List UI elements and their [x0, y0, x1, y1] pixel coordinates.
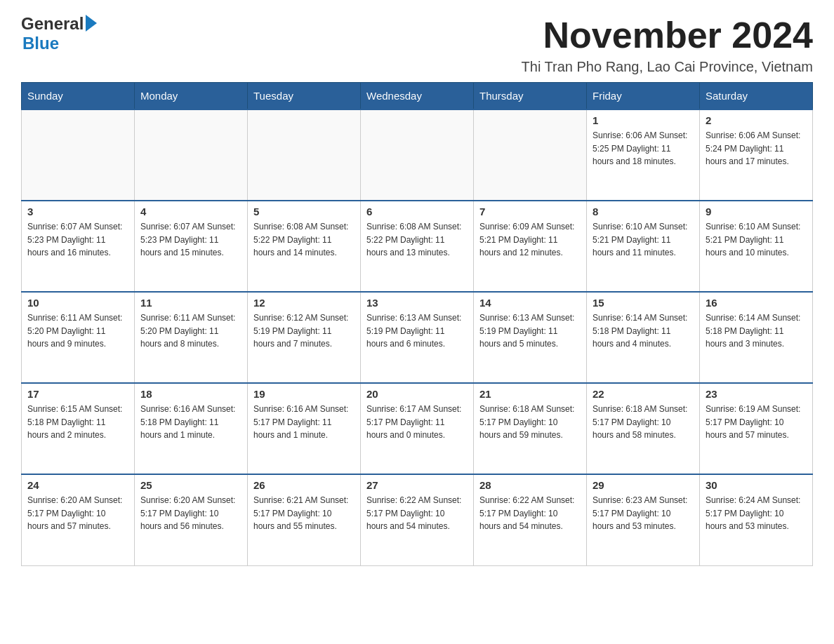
day-info: Sunrise: 6:19 AM Sunset: 5:17 PM Dayligh… [706, 403, 807, 442]
calendar-week-1: 1Sunrise: 6:06 AM Sunset: 5:25 PM Daylig… [22, 109, 813, 201]
calendar-header-wednesday: Wednesday [361, 83, 474, 110]
day-info: Sunrise: 6:06 AM Sunset: 5:25 PM Dayligh… [593, 129, 694, 168]
day-info: Sunrise: 6:20 AM Sunset: 5:17 PM Dayligh… [140, 494, 241, 533]
title-area: November 2024 Thi Tran Pho Rang, Lao Cai… [522, 14, 813, 75]
day-number: 2 [706, 114, 807, 126]
calendar-header-thursday: Thursday [474, 83, 587, 110]
calendar-cell: 3Sunrise: 6:07 AM Sunset: 5:23 PM Daylig… [22, 201, 135, 292]
logo: General Blue [21, 14, 97, 53]
day-info: Sunrise: 6:18 AM Sunset: 5:17 PM Dayligh… [479, 403, 581, 442]
day-info: Sunrise: 6:06 AM Sunset: 5:24 PM Dayligh… [706, 129, 807, 168]
day-info: Sunrise: 6:08 AM Sunset: 5:22 PM Dayligh… [253, 220, 355, 260]
calendar-cell: 20Sunrise: 6:17 AM Sunset: 5:17 PM Dayli… [361, 383, 474, 474]
calendar-week-2: 3Sunrise: 6:07 AM Sunset: 5:23 PM Daylig… [22, 201, 813, 292]
logo-general-text: General [21, 14, 84, 34]
calendar-header-friday: Friday [587, 83, 700, 110]
calendar-cell [135, 109, 248, 201]
calendar-week-5: 24Sunrise: 6:20 AM Sunset: 5:17 PM Dayli… [22, 474, 813, 565]
calendar-cell: 27Sunrise: 6:22 AM Sunset: 5:17 PM Dayli… [361, 474, 474, 565]
day-number: 19 [253, 388, 355, 400]
logo-triangle-icon [86, 15, 97, 32]
day-number: 15 [593, 297, 694, 309]
day-number: 20 [366, 388, 468, 400]
day-info: Sunrise: 6:24 AM Sunset: 5:17 PM Dayligh… [706, 494, 807, 533]
day-info: Sunrise: 6:15 AM Sunset: 5:18 PM Dayligh… [27, 403, 128, 442]
calendar-cell: 25Sunrise: 6:20 AM Sunset: 5:17 PM Dayli… [135, 474, 248, 565]
calendar-cell: 9Sunrise: 6:10 AM Sunset: 5:21 PM Daylig… [700, 201, 813, 292]
calendar-header-monday: Monday [135, 83, 248, 110]
calendar-week-3: 10Sunrise: 6:11 AM Sunset: 5:20 PM Dayli… [22, 292, 813, 383]
day-info: Sunrise: 6:16 AM Sunset: 5:18 PM Dayligh… [140, 403, 241, 442]
day-number: 30 [706, 479, 807, 491]
calendar-cell: 8Sunrise: 6:10 AM Sunset: 5:21 PM Daylig… [587, 201, 700, 292]
calendar-cell: 5Sunrise: 6:08 AM Sunset: 5:22 PM Daylig… [248, 201, 361, 292]
day-number: 13 [366, 297, 468, 309]
calendar-cell: 16Sunrise: 6:14 AM Sunset: 5:18 PM Dayli… [700, 292, 813, 383]
day-number: 5 [253, 206, 355, 217]
day-number: 24 [27, 479, 128, 491]
calendar-cell: 30Sunrise: 6:24 AM Sunset: 5:17 PM Dayli… [700, 474, 813, 565]
day-info: Sunrise: 6:09 AM Sunset: 5:21 PM Dayligh… [479, 220, 581, 260]
day-info: Sunrise: 6:17 AM Sunset: 5:17 PM Dayligh… [366, 403, 468, 442]
calendar-cell: 23Sunrise: 6:19 AM Sunset: 5:17 PM Dayli… [700, 383, 813, 474]
day-number: 11 [140, 297, 241, 309]
calendar-cell: 1Sunrise: 6:06 AM Sunset: 5:25 PM Daylig… [587, 109, 700, 201]
subtitle: Thi Tran Pho Rang, Lao Cai Province, Vie… [522, 59, 813, 75]
day-info: Sunrise: 6:22 AM Sunset: 5:17 PM Dayligh… [479, 494, 581, 533]
calendar-cell: 2Sunrise: 6:06 AM Sunset: 5:24 PM Daylig… [700, 109, 813, 201]
calendar-cell: 7Sunrise: 6:09 AM Sunset: 5:21 PM Daylig… [474, 201, 587, 292]
day-info: Sunrise: 6:07 AM Sunset: 5:23 PM Dayligh… [140, 220, 241, 260]
day-number: 21 [479, 388, 581, 400]
calendar-cell: 28Sunrise: 6:22 AM Sunset: 5:17 PM Dayli… [474, 474, 587, 565]
day-number: 6 [366, 206, 468, 217]
day-number: 1 [593, 114, 694, 126]
day-number: 28 [479, 479, 581, 491]
calendar-week-4: 17Sunrise: 6:15 AM Sunset: 5:18 PM Dayli… [22, 383, 813, 474]
day-info: Sunrise: 6:18 AM Sunset: 5:17 PM Dayligh… [593, 403, 694, 442]
main-title: November 2024 [522, 14, 813, 56]
day-number: 18 [140, 388, 241, 400]
day-info: Sunrise: 6:07 AM Sunset: 5:23 PM Dayligh… [27, 220, 128, 260]
calendar-header-saturday: Saturday [700, 83, 813, 110]
day-number: 3 [27, 206, 128, 217]
day-info: Sunrise: 6:10 AM Sunset: 5:21 PM Dayligh… [706, 220, 807, 260]
day-number: 9 [706, 206, 807, 217]
day-number: 29 [593, 479, 694, 491]
day-info: Sunrise: 6:11 AM Sunset: 5:20 PM Dayligh… [140, 311, 241, 351]
calendar-header-tuesday: Tuesday [248, 83, 361, 110]
calendar-cell: 26Sunrise: 6:21 AM Sunset: 5:17 PM Dayli… [248, 474, 361, 565]
day-info: Sunrise: 6:20 AM Sunset: 5:17 PM Dayligh… [27, 494, 128, 533]
calendar-cell: 13Sunrise: 6:13 AM Sunset: 5:19 PM Dayli… [361, 292, 474, 383]
day-number: 4 [140, 206, 241, 217]
day-info: Sunrise: 6:11 AM Sunset: 5:20 PM Dayligh… [27, 311, 128, 351]
day-info: Sunrise: 6:13 AM Sunset: 5:19 PM Dayligh… [366, 311, 468, 351]
calendar-cell: 10Sunrise: 6:11 AM Sunset: 5:20 PM Dayli… [22, 292, 135, 383]
calendar-header-row: SundayMondayTuesdayWednesdayThursdayFrid… [22, 83, 813, 110]
day-info: Sunrise: 6:08 AM Sunset: 5:22 PM Dayligh… [366, 220, 468, 260]
day-info: Sunrise: 6:14 AM Sunset: 5:18 PM Dayligh… [593, 311, 694, 351]
day-number: 27 [366, 479, 468, 491]
day-info: Sunrise: 6:14 AM Sunset: 5:18 PM Dayligh… [706, 311, 807, 351]
day-number: 23 [706, 388, 807, 400]
calendar-cell: 18Sunrise: 6:16 AM Sunset: 5:18 PM Dayli… [135, 383, 248, 474]
day-number: 22 [593, 388, 694, 400]
logo-blue-text: Blue [22, 34, 59, 53]
day-info: Sunrise: 6:13 AM Sunset: 5:19 PM Dayligh… [479, 311, 581, 351]
calendar-cell [361, 109, 474, 201]
calendar-cell [22, 109, 135, 201]
calendar-cell: 24Sunrise: 6:20 AM Sunset: 5:17 PM Dayli… [22, 474, 135, 565]
day-info: Sunrise: 6:21 AM Sunset: 5:17 PM Dayligh… [253, 494, 355, 533]
calendar-cell: 22Sunrise: 6:18 AM Sunset: 5:17 PM Dayli… [587, 383, 700, 474]
calendar-cell: 17Sunrise: 6:15 AM Sunset: 5:18 PM Dayli… [22, 383, 135, 474]
calendar-cell: 19Sunrise: 6:16 AM Sunset: 5:17 PM Dayli… [248, 383, 361, 474]
calendar-table: SundayMondayTuesdayWednesdayThursdayFrid… [21, 82, 813, 566]
calendar-cell: 15Sunrise: 6:14 AM Sunset: 5:18 PM Dayli… [587, 292, 700, 383]
day-number: 12 [253, 297, 355, 309]
day-info: Sunrise: 6:10 AM Sunset: 5:21 PM Dayligh… [593, 220, 694, 260]
calendar-cell [474, 109, 587, 201]
day-number: 14 [479, 297, 581, 309]
calendar-cell: 29Sunrise: 6:23 AM Sunset: 5:17 PM Dayli… [587, 474, 700, 565]
day-number: 26 [253, 479, 355, 491]
day-info: Sunrise: 6:23 AM Sunset: 5:17 PM Dayligh… [593, 494, 694, 533]
day-info: Sunrise: 6:22 AM Sunset: 5:17 PM Dayligh… [366, 494, 468, 533]
